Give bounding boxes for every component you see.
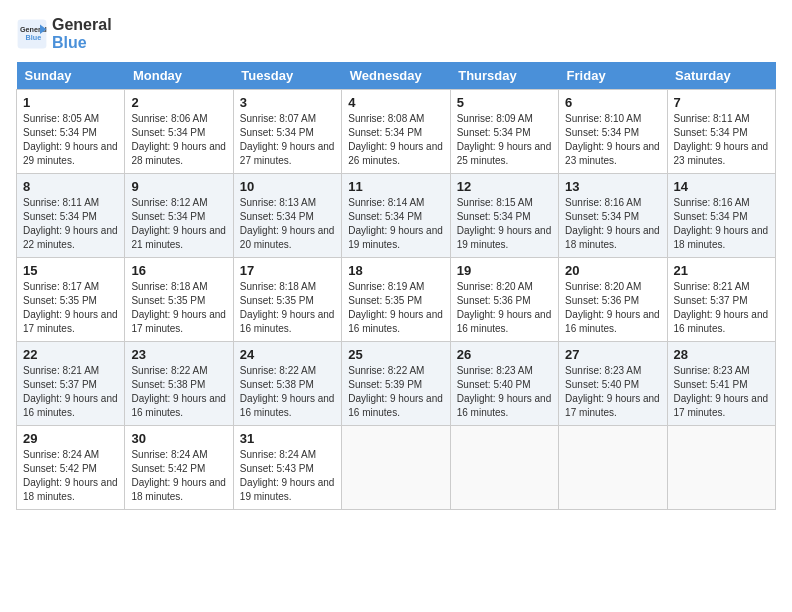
day-number: 24	[240, 347, 335, 362]
day-info: Sunrise: 8:20 AMSunset: 5:36 PMDaylight:…	[457, 280, 552, 336]
logo: General Blue General Blue	[16, 16, 112, 52]
header-wednesday: Wednesday	[342, 62, 450, 90]
day-info: Sunrise: 8:23 AMSunset: 5:40 PMDaylight:…	[457, 364, 552, 420]
calendar-week-1: 1Sunrise: 8:05 AMSunset: 5:34 PMDaylight…	[17, 90, 776, 174]
day-number: 2	[131, 95, 226, 110]
calendar-cell: 23Sunrise: 8:22 AMSunset: 5:38 PMDayligh…	[125, 342, 233, 426]
day-info: Sunrise: 8:19 AMSunset: 5:35 PMDaylight:…	[348, 280, 443, 336]
day-info: Sunrise: 8:23 AMSunset: 5:40 PMDaylight:…	[565, 364, 660, 420]
calendar-cell: 1Sunrise: 8:05 AMSunset: 5:34 PMDaylight…	[17, 90, 125, 174]
day-info: Sunrise: 8:22 AMSunset: 5:38 PMDaylight:…	[240, 364, 335, 420]
calendar-header-row: SundayMondayTuesdayWednesdayThursdayFrid…	[17, 62, 776, 90]
calendar-cell: 2Sunrise: 8:06 AMSunset: 5:34 PMDaylight…	[125, 90, 233, 174]
day-info: Sunrise: 8:06 AMSunset: 5:34 PMDaylight:…	[131, 112, 226, 168]
calendar-cell: 3Sunrise: 8:07 AMSunset: 5:34 PMDaylight…	[233, 90, 341, 174]
day-info: Sunrise: 8:11 AMSunset: 5:34 PMDaylight:…	[23, 196, 118, 252]
day-number: 8	[23, 179, 118, 194]
calendar-cell: 29Sunrise: 8:24 AMSunset: 5:42 PMDayligh…	[17, 426, 125, 510]
day-number: 19	[457, 263, 552, 278]
day-number: 1	[23, 95, 118, 110]
day-number: 31	[240, 431, 335, 446]
day-info: Sunrise: 8:12 AMSunset: 5:34 PMDaylight:…	[131, 196, 226, 252]
header-sunday: Sunday	[17, 62, 125, 90]
calendar-cell: 30Sunrise: 8:24 AMSunset: 5:42 PMDayligh…	[125, 426, 233, 510]
calendar-cell	[667, 426, 775, 510]
day-number: 20	[565, 263, 660, 278]
calendar-cell: 14Sunrise: 8:16 AMSunset: 5:34 PMDayligh…	[667, 174, 775, 258]
calendar-cell: 24Sunrise: 8:22 AMSunset: 5:38 PMDayligh…	[233, 342, 341, 426]
calendar-cell: 26Sunrise: 8:23 AMSunset: 5:40 PMDayligh…	[450, 342, 558, 426]
day-info: Sunrise: 8:21 AMSunset: 5:37 PMDaylight:…	[674, 280, 769, 336]
header-tuesday: Tuesday	[233, 62, 341, 90]
day-info: Sunrise: 8:17 AMSunset: 5:35 PMDaylight:…	[23, 280, 118, 336]
calendar-cell: 13Sunrise: 8:16 AMSunset: 5:34 PMDayligh…	[559, 174, 667, 258]
calendar-cell: 15Sunrise: 8:17 AMSunset: 5:35 PMDayligh…	[17, 258, 125, 342]
day-number: 9	[131, 179, 226, 194]
day-info: Sunrise: 8:05 AMSunset: 5:34 PMDaylight:…	[23, 112, 118, 168]
svg-text:Blue: Blue	[26, 33, 42, 42]
day-info: Sunrise: 8:24 AMSunset: 5:43 PMDaylight:…	[240, 448, 335, 504]
calendar-body: 1Sunrise: 8:05 AMSunset: 5:34 PMDaylight…	[17, 90, 776, 510]
day-number: 22	[23, 347, 118, 362]
calendar-week-4: 22Sunrise: 8:21 AMSunset: 5:37 PMDayligh…	[17, 342, 776, 426]
header-thursday: Thursday	[450, 62, 558, 90]
calendar-week-2: 8Sunrise: 8:11 AMSunset: 5:34 PMDaylight…	[17, 174, 776, 258]
calendar-cell	[559, 426, 667, 510]
day-info: Sunrise: 8:08 AMSunset: 5:34 PMDaylight:…	[348, 112, 443, 168]
calendar-cell: 10Sunrise: 8:13 AMSunset: 5:34 PMDayligh…	[233, 174, 341, 258]
calendar-cell: 31Sunrise: 8:24 AMSunset: 5:43 PMDayligh…	[233, 426, 341, 510]
day-number: 5	[457, 95, 552, 110]
calendar-cell: 27Sunrise: 8:23 AMSunset: 5:40 PMDayligh…	[559, 342, 667, 426]
day-number: 17	[240, 263, 335, 278]
day-info: Sunrise: 8:15 AMSunset: 5:34 PMDaylight:…	[457, 196, 552, 252]
calendar-table: SundayMondayTuesdayWednesdayThursdayFrid…	[16, 62, 776, 510]
day-info: Sunrise: 8:13 AMSunset: 5:34 PMDaylight:…	[240, 196, 335, 252]
day-number: 6	[565, 95, 660, 110]
page-header: General Blue General Blue	[16, 16, 776, 52]
day-number: 14	[674, 179, 769, 194]
calendar-cell	[342, 426, 450, 510]
calendar-cell: 8Sunrise: 8:11 AMSunset: 5:34 PMDaylight…	[17, 174, 125, 258]
day-info: Sunrise: 8:16 AMSunset: 5:34 PMDaylight:…	[565, 196, 660, 252]
calendar-cell: 25Sunrise: 8:22 AMSunset: 5:39 PMDayligh…	[342, 342, 450, 426]
calendar-cell: 21Sunrise: 8:21 AMSunset: 5:37 PMDayligh…	[667, 258, 775, 342]
calendar-cell: 20Sunrise: 8:20 AMSunset: 5:36 PMDayligh…	[559, 258, 667, 342]
calendar-cell: 19Sunrise: 8:20 AMSunset: 5:36 PMDayligh…	[450, 258, 558, 342]
day-info: Sunrise: 8:20 AMSunset: 5:36 PMDaylight:…	[565, 280, 660, 336]
logo-general: General	[52, 16, 112, 34]
day-info: Sunrise: 8:14 AMSunset: 5:34 PMDaylight:…	[348, 196, 443, 252]
day-info: Sunrise: 8:11 AMSunset: 5:34 PMDaylight:…	[674, 112, 769, 168]
day-number: 12	[457, 179, 552, 194]
day-number: 11	[348, 179, 443, 194]
day-number: 28	[674, 347, 769, 362]
calendar-cell	[450, 426, 558, 510]
day-info: Sunrise: 8:23 AMSunset: 5:41 PMDaylight:…	[674, 364, 769, 420]
day-number: 25	[348, 347, 443, 362]
day-number: 10	[240, 179, 335, 194]
calendar-cell: 12Sunrise: 8:15 AMSunset: 5:34 PMDayligh…	[450, 174, 558, 258]
day-info: Sunrise: 8:22 AMSunset: 5:38 PMDaylight:…	[131, 364, 226, 420]
day-number: 23	[131, 347, 226, 362]
day-number: 21	[674, 263, 769, 278]
day-number: 18	[348, 263, 443, 278]
header-friday: Friday	[559, 62, 667, 90]
logo-icon: General Blue	[16, 18, 48, 50]
header-monday: Monday	[125, 62, 233, 90]
logo-blue: Blue	[52, 34, 112, 52]
day-number: 16	[131, 263, 226, 278]
day-number: 13	[565, 179, 660, 194]
day-number: 26	[457, 347, 552, 362]
day-number: 15	[23, 263, 118, 278]
calendar-cell: 5Sunrise: 8:09 AMSunset: 5:34 PMDaylight…	[450, 90, 558, 174]
day-info: Sunrise: 8:16 AMSunset: 5:34 PMDaylight:…	[674, 196, 769, 252]
day-info: Sunrise: 8:07 AMSunset: 5:34 PMDaylight:…	[240, 112, 335, 168]
day-number: 3	[240, 95, 335, 110]
day-number: 7	[674, 95, 769, 110]
calendar-cell: 18Sunrise: 8:19 AMSunset: 5:35 PMDayligh…	[342, 258, 450, 342]
day-info: Sunrise: 8:22 AMSunset: 5:39 PMDaylight:…	[348, 364, 443, 420]
header-saturday: Saturday	[667, 62, 775, 90]
calendar-cell: 6Sunrise: 8:10 AMSunset: 5:34 PMDaylight…	[559, 90, 667, 174]
calendar-cell: 9Sunrise: 8:12 AMSunset: 5:34 PMDaylight…	[125, 174, 233, 258]
day-info: Sunrise: 8:21 AMSunset: 5:37 PMDaylight:…	[23, 364, 118, 420]
calendar-week-5: 29Sunrise: 8:24 AMSunset: 5:42 PMDayligh…	[17, 426, 776, 510]
